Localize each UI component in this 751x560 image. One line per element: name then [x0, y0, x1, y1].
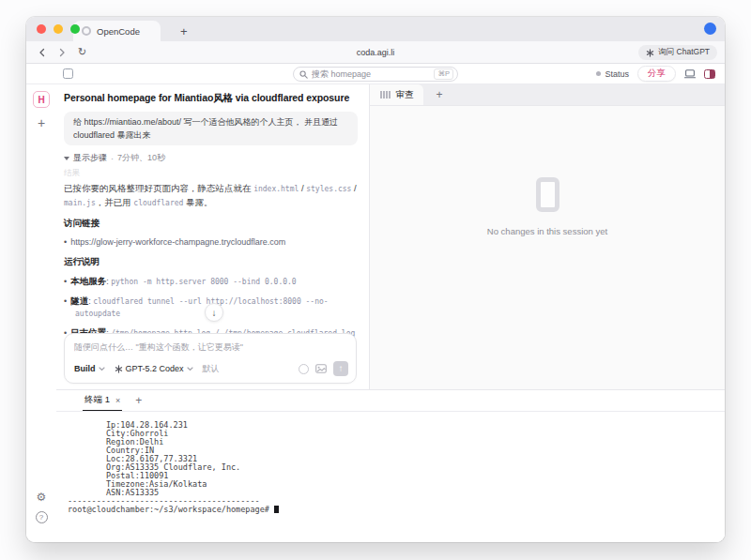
workspace-column: Personal homepage for Miantiao风格 via clo… — [56, 84, 725, 542]
result-label: 结果 — [64, 168, 358, 179]
status-indicator[interactable]: Status — [596, 69, 629, 79]
toolbar-right-cluster: Status 分享 — [596, 66, 715, 82]
right-sidebar-toggle-icon[interactable] — [704, 69, 715, 79]
bullet-icon: • — [64, 277, 67, 286]
attach-image-icon[interactable] — [315, 364, 327, 373]
send-button[interactable]: ↑ — [333, 361, 348, 376]
close-window-button[interactable] — [37, 24, 46, 34]
ask-chatgpt-label: 询问 ChatGPT — [658, 47, 710, 58]
chatgpt-logo-icon — [646, 49, 654, 57]
review-tab-bar: 审查 + — [370, 84, 725, 106]
browser-tab-opencode[interactable]: OpenCode — [73, 21, 161, 41]
access-link-heading: 访问链接 — [64, 218, 358, 230]
back-icon[interactable] — [38, 48, 46, 57]
preset-selector[interactable]: 默认 — [203, 363, 220, 375]
address-bar[interactable]: coda.agi.li — [26, 48, 725, 57]
settings-gear-icon[interactable]: ⚙ — [37, 492, 47, 503]
message-composer[interactable]: 随便问点什么… "重构这个函数，让它更易读" Build — [64, 333, 357, 384]
desktop: { "browser": { "tab_title": "OpenCode", … — [0, 0, 751, 560]
steps-duration: 7分钟、10秒 — [117, 152, 165, 164]
model-selector[interactable]: GPT-5.2 Codex — [126, 364, 184, 373]
chevron-down-icon — [64, 157, 69, 160]
code-token: index.html — [253, 185, 299, 193]
app-toolbar: 搜索 homepage ⌘P Status 分享 — [26, 64, 725, 84]
panels-row: Personal homepage for Miantiao风格 via clo… — [56, 84, 725, 389]
code-token: autoupdate — [75, 310, 120, 318]
chevron-down-icon — [99, 367, 105, 371]
tab-terminal-1[interactable]: 终端 1 × — [83, 390, 122, 411]
chevron-down-icon — [187, 367, 193, 371]
add-review-tab-button[interactable]: + — [437, 88, 443, 101]
search-placeholder: 搜索 homepage — [312, 68, 430, 81]
app-logo[interactable]: H — [33, 91, 50, 108]
ask-chatgpt-button[interactable]: 询问 ChatGPT — [638, 45, 717, 60]
review-panel: 审查 + No changes in this session yet — [369, 84, 725, 389]
status-label: Status — [605, 69, 629, 79]
browser-tab-strip: OpenCode + — [26, 17, 725, 41]
traffic-lights — [37, 24, 80, 34]
tab-review[interactable]: 审查 — [370, 84, 423, 105]
search-icon — [299, 70, 308, 79]
review-tab-label: 审查 — [396, 89, 414, 101]
opencode-favicon-icon — [82, 26, 91, 36]
code-token: main.js — [64, 199, 96, 207]
zoom-window-button[interactable] — [70, 24, 80, 34]
review-empty-state: No changes in this session yet — [370, 106, 725, 389]
terminal-cursor — [274, 506, 279, 513]
chat-panel: Personal homepage for Miantiao风格 via clo… — [56, 84, 369, 389]
down-arrow-icon: ↓ — [212, 308, 217, 318]
bullet-icon: • — [64, 296, 67, 306]
add-terminal-button[interactable]: + — [135, 394, 142, 407]
code-token: python -m http.server 8000 --bind 0.0.0.… — [111, 278, 296, 286]
share-button[interactable]: 分享 — [637, 66, 676, 82]
forward-icon[interactable] — [58, 48, 66, 57]
access-link-item: •https://glow-jerry-workforce-champagne.… — [64, 236, 358, 249]
close-terminal-icon[interactable]: × — [115, 396, 120, 405]
run-item-local-server: •本地服务: python -m http.server 8000 --bind… — [64, 275, 358, 288]
terminal-tab-bar: 终端 1 × + — [56, 390, 725, 412]
opencode-app: 搜索 homepage ⌘P Status 分享 H + — [26, 64, 725, 542]
empty-file-icon — [536, 177, 559, 212]
nav-controls: ↻ — [38, 47, 86, 57]
status-dot-icon — [596, 71, 601, 76]
run-instructions-heading: 运行说明 — [64, 256, 358, 268]
bullet-icon: • — [64, 237, 67, 247]
mode-selector[interactable]: Build — [74, 364, 96, 373]
mini-sidebar: H + ⚙ ? — [26, 84, 56, 542]
voice-input-icon[interactable] — [299, 364, 309, 374]
assistant-reply: 已按你要的风格整理好页面内容，静态站点就在 index.html / style… — [64, 182, 358, 210]
terminal-tab-label: 终端 1 — [84, 394, 110, 406]
minimize-window-button[interactable] — [54, 24, 63, 34]
help-icon[interactable]: ? — [36, 511, 48, 523]
scroll-to-bottom-button[interactable]: ↓ — [205, 303, 223, 322]
tab-title: OpenCode — [97, 26, 140, 37]
user-message-line: 给 https://miantiao.me/about/ 写一个适合他风格的个人… — [73, 115, 348, 129]
browser-window: OpenCode + ↻ coda.agi.li 询问 ChatGPT — [26, 17, 725, 542]
diff-icon — [380, 91, 391, 98]
code-token: styles.css — [306, 185, 351, 193]
user-message-bubble: 给 https://miantiao.me/about/ 写一个适合他风格的个人… — [64, 112, 358, 145]
laptop-icon[interactable] — [684, 69, 696, 79]
app-main: H + ⚙ ? Personal homepage for Miantiao风格… — [26, 84, 725, 542]
terminal-prompt-line: root@cloudchamber:~/s3/workspace/homepag… — [68, 506, 725, 514]
search-input[interactable]: 搜索 homepage ⌘P — [293, 67, 458, 82]
session-title: Personal homepage for Miantiao风格 via clo… — [64, 92, 358, 105]
reply-line: main.js，并已用 cloudflared 暴露。 — [64, 196, 358, 210]
empty-state-text: No changes in this session yet — [487, 226, 607, 236]
new-session-button[interactable]: + — [38, 116, 45, 129]
browser-profile-avatar[interactable] — [704, 23, 716, 35]
tunnel-link[interactable]: https://glow-jerry-workforce-champagne.t… — [70, 237, 285, 247]
code-token: cloudflared — [133, 199, 183, 207]
show-steps-toggle[interactable]: 显示步骤 · 7分钟、10秒 — [64, 152, 358, 164]
composer-placeholder[interactable]: 随便问点什么… "重构这个函数，让它更易读" — [74, 341, 346, 354]
user-message-line: cloudflared 暴露出来 — [73, 129, 348, 142]
terminal-output: Ip:104.28.164.231 City:Ghorroli Region:D… — [68, 421, 725, 506]
reply-line: 已按你要的风格整理好页面内容，静态站点就在 index.html / style… — [64, 182, 358, 196]
terminal-prompt: root@cloudchamber:~/s3/workspace/homepag… — [68, 505, 274, 514]
terminal-output-area[interactable]: Ip:104.28.164.231 City:Ghorroli Region:D… — [56, 412, 725, 514]
sidebar-panel-icon[interactable] — [63, 68, 73, 79]
reload-icon[interactable]: ↻ — [78, 47, 86, 57]
new-tab-button[interactable]: + — [176, 21, 192, 41]
show-steps-label: 显示步骤 — [73, 152, 107, 164]
separator-dot: · — [111, 154, 114, 163]
